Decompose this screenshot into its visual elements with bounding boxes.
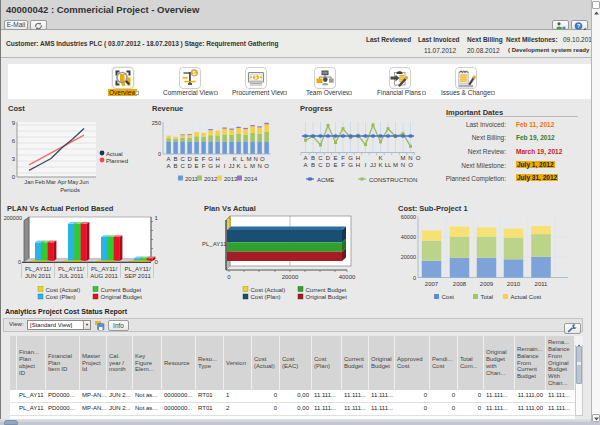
svg-text:Apr: Apr xyxy=(57,179,66,185)
svg-text:PL_AY11/: PL_AY11/ xyxy=(25,266,51,272)
svg-text:N: N xyxy=(401,162,405,168)
svg-text:2014: 2014 xyxy=(244,176,258,182)
svg-text:40000: 40000 xyxy=(401,234,416,240)
svg-text:C: C xyxy=(318,162,323,168)
svg-text:C: C xyxy=(318,155,323,161)
svg-text:40000: 40000 xyxy=(339,274,356,280)
svg-text:Total: Total xyxy=(481,294,494,300)
svg-text:Jan: Jan xyxy=(24,179,33,185)
svg-text:M: M xyxy=(393,162,398,168)
svg-text:I: I xyxy=(365,162,367,168)
svg-text:K: K xyxy=(378,155,382,161)
svg-text:H: H xyxy=(215,156,219,162)
svg-text:200000: 200000 xyxy=(4,215,22,221)
svg-text:A: A xyxy=(167,163,171,169)
svg-text:F: F xyxy=(202,156,206,162)
svg-text:N: N xyxy=(408,155,412,161)
svg-text:K: K xyxy=(237,163,241,169)
svg-text:H: H xyxy=(356,162,360,168)
svg-text:3: 3 xyxy=(12,156,16,162)
svg-text:$: $ xyxy=(193,70,196,76)
svg-text:9: 9 xyxy=(12,120,16,126)
svg-text:Jun: Jun xyxy=(79,179,88,185)
svg-text:L: L xyxy=(240,156,244,162)
svg-text:ACME: ACME xyxy=(317,177,334,183)
svg-text:2013: 2013 xyxy=(224,176,238,182)
svg-text:AUG 2011: AUG 2011 xyxy=(90,273,118,279)
svg-text:E: E xyxy=(333,155,337,161)
svg-text:C: C xyxy=(180,163,185,169)
svg-text:0: 0 xyxy=(413,275,416,281)
svg-text:0: 0 xyxy=(155,259,159,265)
svg-text:B: B xyxy=(174,156,178,162)
svg-text:Periods: Periods xyxy=(60,187,80,193)
svg-text:2007: 2007 xyxy=(425,281,439,287)
svg-text:A: A xyxy=(167,156,171,162)
svg-text:F: F xyxy=(341,162,345,168)
svg-text:2008: 2008 xyxy=(453,281,467,287)
svg-text:PL_AY11: PL_AY11 xyxy=(202,241,227,247)
svg-text:E: E xyxy=(195,156,199,162)
svg-text:0: 0 xyxy=(12,174,16,180)
svg-text:JJ: JJ xyxy=(370,162,376,168)
svg-text:PL_AY11/: PL_AY11/ xyxy=(58,266,84,272)
svg-text:A: A xyxy=(303,162,307,168)
svg-text:O: O xyxy=(416,155,421,161)
svg-text:$: $ xyxy=(255,74,258,80)
svg-text:2011: 2011 xyxy=(535,281,549,287)
svg-text:LL: LL xyxy=(385,162,392,168)
svg-text:B: B xyxy=(311,155,315,161)
svg-text:Original Budget: Original Budget xyxy=(306,294,348,300)
svg-text:D: D xyxy=(326,162,331,168)
svg-text:2012: 2012 xyxy=(204,176,218,182)
svg-text:2010: 2010 xyxy=(507,281,521,287)
svg-text:M: M xyxy=(250,163,255,169)
svg-text:A: A xyxy=(303,155,307,161)
svg-text:I: I xyxy=(224,163,226,169)
svg-text:Cost (Actual): Cost (Actual) xyxy=(46,287,81,293)
svg-text:60000: 60000 xyxy=(401,214,416,220)
svg-text:Mar: Mar xyxy=(46,179,56,185)
svg-text:0: 0 xyxy=(18,259,21,265)
svg-text:N: N xyxy=(254,156,258,162)
svg-text:Actual Cost: Actual Cost xyxy=(511,294,542,300)
svg-text:JUL 2011: JUL 2011 xyxy=(58,273,84,279)
svg-text:6: 6 xyxy=(12,138,16,144)
svg-text:0: 0 xyxy=(227,274,231,280)
svg-text:PL_AY11/: PL_AY11/ xyxy=(91,266,117,272)
svg-text:F: F xyxy=(202,163,206,169)
svg-text:Cost (Plan): Cost (Plan) xyxy=(46,294,76,300)
svg-text:2009: 2009 xyxy=(480,281,494,287)
svg-text:H: H xyxy=(215,163,219,169)
svg-text:2011: 2011 xyxy=(185,176,199,182)
svg-text:Cost (Plan): Cost (Plan) xyxy=(251,294,281,300)
svg-text:N: N xyxy=(257,163,261,169)
svg-text:?: ? xyxy=(577,23,581,29)
svg-text:G: G xyxy=(348,162,353,168)
svg-text:M: M xyxy=(401,155,406,161)
svg-text:H: H xyxy=(356,155,360,161)
svg-text:May: May xyxy=(68,179,79,185)
svg-text:M: M xyxy=(247,156,252,162)
svg-text:K: K xyxy=(378,162,382,168)
svg-text:SEP 2011: SEP 2011 xyxy=(124,273,151,279)
svg-text:K: K xyxy=(233,156,237,162)
svg-text:250: 250 xyxy=(152,120,161,126)
svg-text:Actual: Actual xyxy=(106,151,123,157)
svg-text:B: B xyxy=(311,162,315,168)
svg-text:Current Budget: Current Budget xyxy=(306,287,347,293)
svg-text:O: O xyxy=(260,156,265,162)
svg-text:0: 0 xyxy=(158,151,161,157)
svg-text:O: O xyxy=(408,162,413,168)
svg-text:G: G xyxy=(208,163,213,169)
svg-text:O: O xyxy=(264,163,269,169)
svg-text:20000: 20000 xyxy=(401,254,416,260)
svg-text:C: C xyxy=(180,156,185,162)
svg-text:JJ: JJ xyxy=(229,163,235,169)
svg-text:E: E xyxy=(195,163,199,169)
svg-text:Original Budget: Original Budget xyxy=(101,294,143,300)
svg-text:B: B xyxy=(174,163,178,169)
svg-text:G: G xyxy=(208,156,213,162)
svg-text:Cost: Cost xyxy=(442,294,455,300)
svg-text:D: D xyxy=(326,155,331,161)
